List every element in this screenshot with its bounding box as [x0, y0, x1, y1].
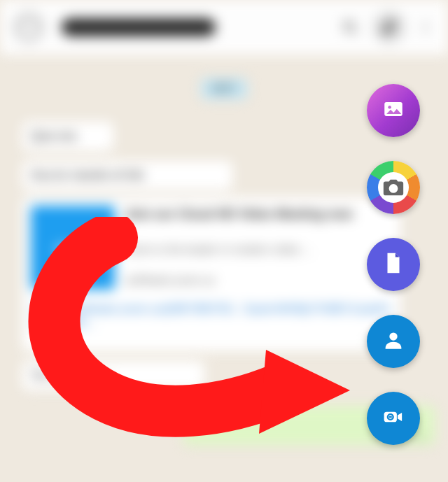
link-thumb: zoom — [31, 206, 115, 290]
svg-point-4 — [424, 31, 427, 34]
link-title: Join our Cloud HD Video Meeting now — [125, 207, 391, 222]
search-icon[interactable] — [340, 17, 360, 37]
message-in[interactable]: Ya. Drely te — — [22, 361, 204, 390]
contact-fab[interactable] — [367, 315, 420, 368]
svg-line-1 — [352, 29, 356, 33]
document-fab[interactable] — [367, 238, 420, 291]
svg-point-3 — [424, 26, 427, 29]
room-fab[interactable] — [367, 392, 420, 445]
attach-button[interactable] — [372, 10, 406, 44]
camera-icon — [378, 172, 409, 203]
chat-header: — — [0, 0, 448, 55]
link-domain: us04web.zoom.us — [125, 274, 215, 287]
image-icon — [382, 97, 405, 124]
gallery-fab[interactable] — [367, 84, 420, 137]
svg-point-0 — [344, 21, 354, 31]
message-in[interactable]: Que era — [22, 122, 113, 151]
camera-fab[interactable] — [367, 161, 420, 214]
attachment-menu — [367, 84, 420, 445]
message-in-link-preview[interactable]: zoom Join our Cloud HD Video Meeting now… — [22, 197, 400, 351]
video-link-icon — [382, 405, 405, 432]
day-chip: HOY — [201, 78, 248, 99]
document-icon — [382, 251, 405, 278]
contact-avatar[interactable] — [13, 11, 45, 43]
link-desc: Zoom is the leader in modern video ... — [125, 243, 391, 256]
contact-name[interactable]: — — [62, 18, 216, 36]
svg-point-2 — [424, 22, 427, 24]
kebab-menu-icon[interactable] — [416, 17, 435, 37]
link-url[interactable]: https://us04web.zoom.us/j/987395763...?p… — [32, 302, 391, 330]
svg-point-6 — [388, 106, 391, 109]
message-in[interactable]: Aca te mando el link — [22, 161, 232, 190]
svg-point-7 — [389, 332, 397, 340]
person-icon — [382, 328, 405, 355]
